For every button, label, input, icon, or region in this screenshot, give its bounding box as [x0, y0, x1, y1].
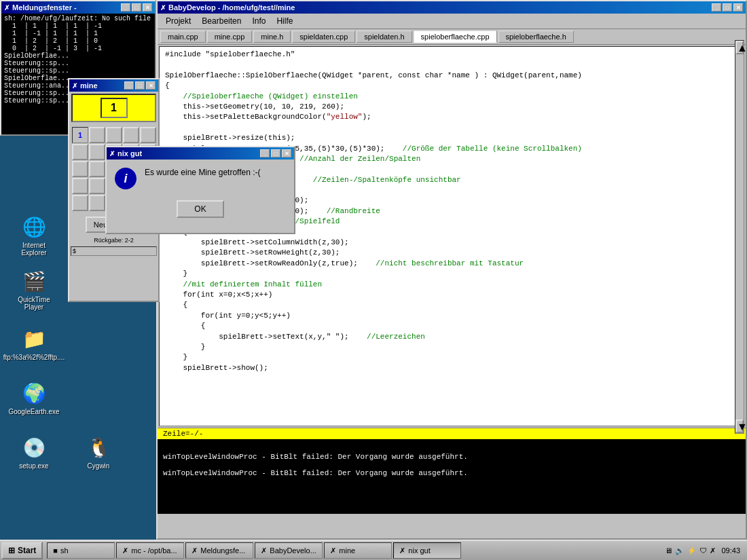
dialog-titlebar: ✗ nix gut _ □ ✕	[107, 147, 294, 160]
dialog-maximize-button[interactable]: □	[271, 149, 280, 157]
scroll-down-button[interactable]: ▼	[735, 419, 744, 433]
taskbar-item-babydevelop[interactable]: ✗ BabyDevelo...	[255, 542, 323, 559]
menu-info[interactable]: Info	[247, 15, 271, 27]
dialog-ok-button[interactable]: OK	[177, 200, 223, 218]
tab-mine-cpp[interactable]: mine.cpp	[207, 31, 253, 43]
start-button[interactable]: ⊞ Start	[1, 542, 43, 559]
dialog-minimize-button[interactable]: _	[260, 149, 270, 157]
ide-status-text: Zeile=-/-	[163, 430, 203, 438]
mine-cell-1-0[interactable]	[72, 144, 88, 160]
desktop: ✗ Meldungsfenster - _ □ ✕ sh: /home/ufg/…	[0, 0, 747, 540]
mine-counter: 1	[101, 98, 128, 118]
setup-icon: 💿	[20, 434, 48, 461]
code-line: this->setGeometry(10, 10, 219, 260);	[165, 102, 738, 112]
tab-spieldaten-cpp[interactable]: spieldaten.cpp	[292, 31, 355, 43]
close-button[interactable]: ✕	[143, 3, 152, 12]
mine-titlebar-buttons: _ □ ✕	[124, 81, 156, 90]
desktop-icon-ftp[interactable]: 📁 ftp:%3a%2f%2fftp....	[10, 322, 58, 364]
cygwin-label: Cygwin	[88, 462, 110, 470]
mine-cell-3-1[interactable]	[89, 178, 105, 194]
taskbar-items: ■ sh ✗ mc - /opt/ba... ✗ Meldungsfe... ✗…	[47, 542, 658, 559]
code-line	[165, 60, 738, 70]
mine-cell-4-0[interactable]	[72, 195, 88, 211]
terminal-title-text: Meldungsfenster -	[12, 3, 77, 12]
mine-cell-0-0[interactable]: 1	[72, 127, 88, 143]
mine-cell-0-1[interactable]	[89, 127, 105, 143]
tab-spieloberflaeche-h[interactable]: spieloberflaeche.h	[498, 31, 574, 43]
googleearth-label: GoogleEarth.exe	[8, 408, 59, 415]
code-line: //Spieloberflaeche (QWidget) einstellen	[165, 92, 738, 102]
desktop-icon-quicktime[interactable]: 🎬 QuickTime Player	[10, 265, 58, 314]
tray-icon-1: 🖥	[665, 546, 672, 555]
ide-window: ✗ BabyDevelop - /home/ufg/test//mine _ □…	[156, 0, 747, 540]
terminal-title-icon: ✗	[4, 4, 10, 12]
desktop-icon-setup[interactable]: 💿 setup.exe	[10, 431, 58, 472]
start-label: Start	[18, 546, 36, 555]
dialog-window: ✗ nix gut _ □ ✕ i Es wurde eine Mine get…	[105, 146, 295, 234]
tab-spieloberflaeche-cpp[interactable]: spieloberflaeche.cpp	[414, 31, 497, 43]
mine-cell-0-2[interactable]	[106, 127, 122, 143]
tab-main-cpp[interactable]: main.cpp	[160, 31, 206, 43]
taskbar-nixgut-label: nix gut	[408, 546, 430, 555]
terminal-line-1	[163, 445, 740, 453]
tray-icon-2: 🔊	[675, 546, 685, 555]
taskbar-item-mine[interactable]: ✗ mine	[324, 542, 392, 559]
cygwin-icon: 🐧	[85, 434, 112, 461]
code-line: SpielOberflaeche::SpielOberflaeche(QWidg…	[165, 71, 738, 81]
desktop-icon-cygwin[interactable]: 🐧 Cygwin	[75, 431, 122, 472]
taskbar-baby-label: BabyDevelo...	[270, 546, 316, 555]
taskbar-item-mc[interactable]: ✗ mc - /opt/ba...	[116, 542, 184, 559]
ide-maximize-button[interactable]: □	[723, 3, 732, 12]
taskbar-mine-icon: ✗	[330, 546, 336, 555]
mine-cell-3-0[interactable]	[72, 178, 88, 194]
mine-cell-2-1[interactable]	[89, 161, 105, 177]
code-line: spielBrett->setRowReadOnly(z,true); //ni…	[165, 259, 738, 269]
ide-close-button[interactable]: ✕	[733, 3, 743, 12]
code-line: //mit definiertem Inhalt füllen	[165, 280, 738, 290]
terminal-line-4: winTopLevelWindowProc - BitBlt failed: D…	[163, 469, 740, 477]
taskbar-nixgut-icon: ✗	[399, 546, 405, 555]
mine-maximize-button[interactable]: □	[135, 81, 145, 90]
mine-cell-0-4[interactable]	[140, 127, 156, 143]
taskbar-item-nixgut[interactable]: ✗ nix gut	[393, 542, 461, 559]
code-line: this->setPaletteBackgroundColor("yellow"…	[165, 112, 738, 122]
taskbar-mc-icon: ✗	[122, 546, 128, 555]
mine-title-text: mine	[80, 81, 98, 90]
mine-minimize-button[interactable]: _	[124, 81, 134, 90]
mine-close-button[interactable]: ✕	[146, 81, 156, 90]
code-line: spielBrett->setColumnWidth(z,30);	[165, 238, 738, 248]
code-line: }	[165, 352, 738, 362]
code-line	[165, 123, 738, 133]
taskbar-item-sh[interactable]: ■ sh	[47, 542, 115, 559]
dialog-message: Es wurde eine Mine getroffen :-(	[145, 168, 286, 177]
dialog-close-button[interactable]: ✕	[282, 149, 291, 157]
desktop-icon-internet-explorer[interactable]: 🌐 Internet Explorer	[10, 210, 58, 259]
code-line: {	[165, 321, 738, 331]
desktop-icon-googleearth[interactable]: 🌍 GoogleEarth.exe	[10, 377, 58, 418]
mine-cell-0-3[interactable]	[123, 127, 139, 143]
minimize-button[interactable]: _	[121, 3, 130, 12]
scrollbar[interactable]: ▲ ▼	[735, 40, 744, 434]
scroll-up-button[interactable]: ▲	[735, 41, 744, 54]
maximize-button[interactable]: □	[132, 3, 141, 12]
ide-minimize-button[interactable]: _	[712, 3, 721, 12]
ide-title-text: BabyDevelop - /home/ufg/test//mine	[168, 3, 295, 12]
menu-bearbeiten[interactable]: Bearbeiten	[196, 15, 247, 27]
terminal-line-2: winTopLevelWindowProc - BitBlt failed: D…	[163, 453, 740, 461]
googleearth-icon: 🌍	[20, 379, 48, 407]
mine-cell-4-1[interactable]	[89, 195, 105, 211]
ftp-label: ftp:%3a%2f%2fftp....	[3, 354, 65, 361]
taskbar-mc-label: mc - /opt/ba...	[131, 546, 177, 555]
mine-cell-2-0[interactable]	[72, 161, 88, 177]
tab-spieldaten-h[interactable]: spieldaten.h	[357, 31, 412, 43]
menu-hilfe[interactable]: Hilfe	[271, 15, 298, 27]
dialog-buttons: OK	[107, 198, 294, 221]
menu-projekt[interactable]: Projekt	[160, 15, 196, 27]
internet-explorer-icon: 🌐	[20, 213, 48, 240]
ide-code-area[interactable]: #include "spieloberflaeche.h" SpielOberf…	[159, 46, 744, 426]
mine-ruckgabe: Rückgabe: 2-2	[69, 236, 158, 245]
taskbar-item-meldung[interactable]: ✗ Meldungsfe...	[185, 542, 253, 559]
mine-titlebar: ✗ mine _ □ ✕	[69, 79, 158, 92]
tab-mine-h[interactable]: mine.h	[253, 31, 291, 43]
mine-cell-1-1[interactable]	[89, 144, 105, 160]
